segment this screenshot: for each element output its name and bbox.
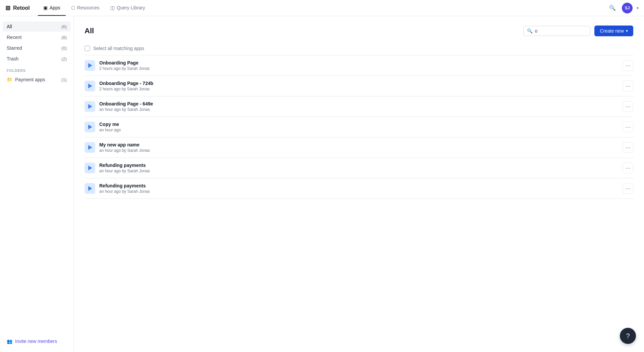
app-more-button[interactable]: ⋯ [623,60,633,71]
sidebar-starred-count: (0) [61,46,67,51]
search-box[interactable]: 🔍 [523,26,590,36]
avatar[interactable]: SJ [622,3,633,13]
select-all-checkbox[interactable] [85,46,90,51]
app-info: My new app name an hour ago by Sarah Jon… [99,142,619,153]
sidebar-recent-count: (8) [61,35,67,40]
sidebar-item-payment-apps[interactable]: 📁 Payment apps (1) [3,75,71,85]
folders-section-label: Folders [3,64,71,75]
app-meta: an hour ago by Sarah Jonas [99,148,619,153]
resources-icon: ⬡ [71,5,75,10]
app-play-button[interactable] [85,183,95,194]
app-info: Copy me an hour ago [99,122,619,132]
avatar-initials: SJ [625,6,630,10]
play-icon [88,63,92,68]
app-info: Onboarding Page - 649e an hour ago by Sa… [99,101,619,112]
invite-members-button[interactable]: 👥 Invite new members [3,336,71,347]
app-name: Onboarding Page [99,60,619,65]
search-input[interactable] [535,28,587,34]
sidebar-item-trash[interactable]: Trash (2) [3,54,71,64]
app-meta: 2 hours ago by Sarah Jonas [99,87,619,91]
sidebar-trash-count: (2) [61,56,67,61]
sidebar: All (6) Recent (8) Starred (0) Trash (2)… [0,16,74,352]
logo[interactable]: ⊞ Retool [5,4,30,12]
main-layout: All (6) Recent (8) Starred (0) Trash (2)… [0,16,644,352]
play-icon [88,186,92,191]
app-name: Refunding payments [99,163,619,168]
app-more-button[interactable]: ⋯ [623,122,633,132]
global-search-button[interactable]: 🔍 [607,3,618,13]
app-name: Refunding payments [99,183,619,188]
app-more-button[interactable]: ⋯ [623,101,633,112]
sidebar-payment-apps-label: Payment apps [15,77,60,82]
app-more-button[interactable]: ⋯ [623,81,633,91]
select-all-label[interactable]: Select all matching apps [93,46,144,51]
list-item: Refunding payments an hour ago by Sarah … [85,178,633,199]
play-icon [88,125,92,129]
app-meta: an hour ago by Sarah Jonas [99,189,619,194]
app-more-button[interactable]: ⋯ [623,183,633,194]
nav-tab-query-library-label: Query Library [117,5,145,10]
sidebar-bottom: 👥 Invite new members [3,331,71,347]
app-list: Onboarding Page 2 hours ago by Sarah Jon… [85,55,633,199]
sidebar-starred-label: Starred [7,45,60,51]
app-name: Copy me [99,122,619,127]
app-info: Refunding payments an hour ago by Sarah … [99,183,619,194]
create-new-label: Create new [600,28,624,34]
app-play-button[interactable] [85,101,95,112]
nav-tab-apps-label: Apps [50,5,60,10]
list-item: Copy me an hour ago ⋯ [85,117,633,137]
sidebar-item-recent[interactable]: Recent (8) [3,32,71,42]
invite-icon: 👥 [7,339,12,344]
invite-label: Invite new members [15,339,57,344]
app-name: My new app name [99,142,619,147]
help-button[interactable]: ? [620,328,636,344]
sidebar-item-all[interactable]: All (6) [3,21,71,32]
app-name: Onboarding Page - 724b [99,81,619,86]
app-name: Onboarding Page - 649e [99,101,619,106]
help-icon: ? [626,332,630,340]
select-all-row: Select all matching apps [85,43,633,54]
app-play-button[interactable] [85,163,95,173]
search-box-icon: 🔍 [527,28,533,34]
list-item: Refunding payments an hour ago by Sarah … [85,158,633,178]
app-more-button[interactable]: ⋯ [623,142,633,153]
create-new-chevron-icon: ▾ [626,29,628,33]
app-meta: an hour ago by Sarah Jonas [99,169,619,173]
sidebar-all-label: All [7,24,60,29]
query-library-icon: ◫ [110,5,115,10]
play-icon [88,145,92,150]
app-info: Onboarding Page 2 hours ago by Sarah Jon… [99,60,619,71]
nav-tab-resources-label: Resources [77,5,100,10]
page-title: All [85,27,94,35]
create-new-button[interactable]: Create new ▾ [594,26,633,36]
app-play-button[interactable] [85,81,95,91]
sidebar-payment-apps-count: (1) [61,77,67,82]
sidebar-all-count: (6) [61,24,67,29]
list-item: My new app name an hour ago by Sarah Jon… [85,137,633,158]
app-more-button[interactable]: ⋯ [623,163,633,173]
global-search-icon: 🔍 [609,5,616,11]
play-icon [88,84,92,88]
folder-icon: 📁 [7,77,12,82]
app-meta: an hour ago [99,128,619,132]
content-area: All 🔍 Create new ▾ Select all matching a… [74,16,644,352]
app-meta: 2 hours ago by Sarah Jonas [99,66,619,71]
nav-tab-apps[interactable]: ▣ Apps [38,0,66,16]
list-item: Onboarding Page 2 hours ago by Sarah Jon… [85,55,633,76]
sidebar-recent-label: Recent [7,35,60,40]
app-play-button[interactable] [85,142,95,153]
header: ⊞ Retool ▣ Apps ⬡ Resources ◫ Query Libr… [0,0,644,16]
header-right: 🔍 SJ ▾ [607,3,639,13]
nav-tab-resources[interactable]: ⬡ Resources [66,0,105,16]
sidebar-trash-label: Trash [7,56,60,61]
content-header: All 🔍 Create new ▾ [85,26,633,36]
app-info: Refunding payments an hour ago by Sarah … [99,163,619,173]
avatar-chevron-icon[interactable]: ▾ [637,6,639,10]
logo-text: Retool [13,5,30,11]
app-play-button[interactable] [85,60,95,71]
nav-tab-query-library[interactable]: ◫ Query Library [105,0,151,16]
sidebar-item-starred[interactable]: Starred (0) [3,43,71,53]
app-play-button[interactable] [85,122,95,132]
list-item: Onboarding Page - 649e an hour ago by Sa… [85,96,633,117]
apps-icon: ▣ [43,5,48,10]
